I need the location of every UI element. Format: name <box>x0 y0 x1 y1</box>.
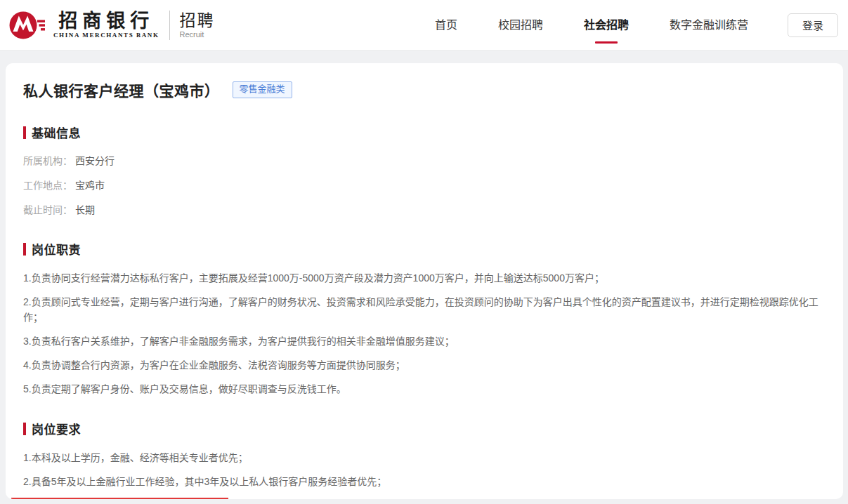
info-label: 所属机构： <box>23 155 72 166</box>
main-nav: 首页 校园招聘 社会招聘 数字金融训练营 <box>435 11 748 39</box>
login-button[interactable]: 登录 <box>788 13 838 37</box>
requirement-item: 1.本科及以上学历，金融、经济等相关专业者优先； <box>23 450 826 465</box>
info-value: 长期 <box>75 204 95 215</box>
section-responsibilities-heading: 岗位职责 <box>23 240 826 258</box>
nav-item-digital-finance-camp-label: 数字金融训练营 <box>670 19 748 31</box>
responsibility-item: 3.负责私行客户关系维护，了解客户非金融服务需求，为客户提供我行的相关非金融增值… <box>23 333 826 349</box>
responsibility-item: 5.负责定期了解客户身份、账户及交易信息，做好尽职调查与反洗钱工作。 <box>23 381 826 397</box>
nav-item-social-recruit-label: 社会招聘 <box>584 19 629 31</box>
job-title-row: 私人银行客户经理（宝鸡市） 零售金融类 <box>23 79 826 100</box>
info-value: 西安分行 <box>75 155 115 166</box>
info-label: 截止时间： <box>23 204 72 215</box>
job-category-tag[interactable]: 零售金融类 <box>233 81 292 98</box>
info-field-location: 工作地点： 宝鸡市 <box>23 178 826 192</box>
info-value: 宝鸡市 <box>75 180 105 191</box>
brand-sub-en: Recruit <box>180 30 215 39</box>
nav-item-digital-finance-camp[interactable]: 数字金融训练营 <box>670 11 748 39</box>
section-requirements-heading: 岗位要求 <box>23 420 826 437</box>
section-heading-bar <box>23 423 26 435</box>
nav-item-home-label: 首页 <box>435 19 457 31</box>
section-requirements: 岗位要求 1.本科及以上学历，金融、经济等相关专业者优先； 2.具备5年及以上金… <box>23 420 826 499</box>
section-responsibilities-title: 岗位职责 <box>32 240 81 258</box>
section-heading-bar <box>23 126 26 139</box>
requirement-item: 2.具备5年及以上金融行业工作经验，其中3年及以上私人银行客户服务经验者优先； <box>23 474 826 489</box>
section-requirements-title: 岗位要求 <box>32 420 81 437</box>
section-heading-bar <box>23 243 26 256</box>
brand-name-block: 招商银行 CHINA MERCHANTS BANK <box>53 11 159 38</box>
nav-item-campus-recruit[interactable]: 校园招聘 <box>498 11 543 39</box>
site-header: 招商银行 CHINA MERCHANTS BANK 招聘 Recruit 首页 … <box>0 0 848 51</box>
section-basic-info-heading: 基础信息 <box>23 124 826 141</box>
info-field-deadline: 截止时间： 长期 <box>23 203 826 217</box>
info-field-organization: 所属机构： 西安分行 <box>23 154 826 168</box>
brand-sub-cn: 招聘 <box>180 11 215 29</box>
brand-sub-block: 招聘 Recruit <box>180 11 215 38</box>
info-label: 工作地点： <box>23 180 72 191</box>
brand-name-cn: 招商银行 <box>58 11 154 31</box>
brand-divider <box>169 11 170 40</box>
nav-item-home[interactable]: 首页 <box>435 11 457 39</box>
job-title: 私人银行客户经理（宝鸡市） <box>23 79 220 100</box>
section-basic-info-title: 基础信息 <box>32 124 81 141</box>
responsibility-item: 4.负责协调整合行内资源，为客户在企业金融服务、法税咨询服务等方面提供协同服务； <box>23 357 826 373</box>
red-annotation-box: 3.具备CFP、CFA等专业资格证书者优先； <box>11 498 228 499</box>
active-tab-underline <box>595 41 618 44</box>
brand-logo-group[interactable]: 招商银行 CHINA MERCHANTS BANK 招聘 Recruit <box>8 9 215 41</box>
responsibility-item: 1.负责协同支行经营潜力达标私行客户，主要拓展及经营1000万-5000万资产段… <box>23 270 826 286</box>
section-basic-info: 基础信息 所属机构： 西安分行 工作地点： 宝鸡市 截止时间： 长期 <box>23 124 826 217</box>
requirement-item-highlighted-wrap: 3.具备CFP、CFA等专业资格证书者优先； <box>23 498 826 499</box>
nav-item-social-recruit[interactable]: 社会招聘 <box>584 11 629 39</box>
cmb-logo-icon <box>8 9 46 41</box>
job-detail-card: 私人银行客户经理（宝鸡市） 零售金融类 基础信息 所属机构： 西安分行 工作地点… <box>6 63 843 499</box>
nav-item-campus-recruit-label: 校园招聘 <box>498 19 543 31</box>
brand-name-en: CHINA MERCHANTS BANK <box>53 32 159 39</box>
responsibility-item: 2.负责顾问式专业经营，定期与客户进行沟通，了解客户的财务状况、投资需求和风险承… <box>23 294 826 325</box>
section-responsibilities: 岗位职责 1.负责协同支行经营潜力达标私行客户，主要拓展及经营1000万-500… <box>23 240 826 397</box>
